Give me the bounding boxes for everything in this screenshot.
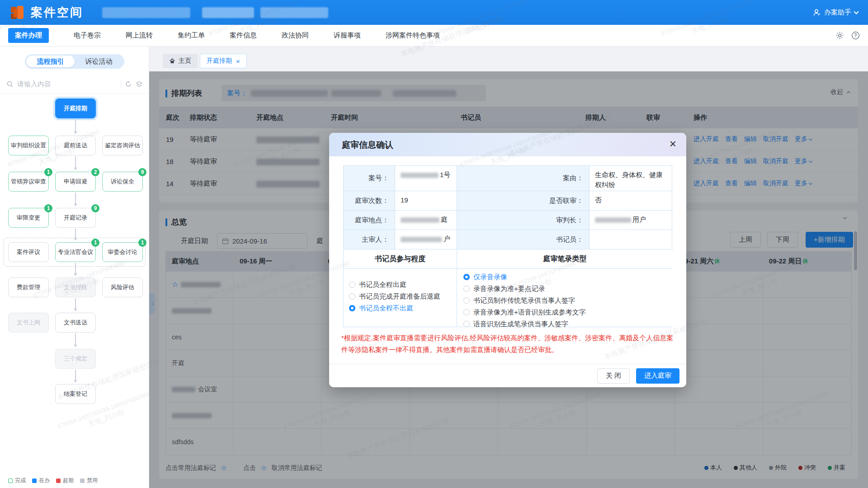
nav-tab-3[interactable]: 集约工单: [178, 31, 205, 40]
radio-option-1[interactable]: 书记员完成开庭准备后退庭: [349, 291, 457, 301]
tab-court-schedule-label: 开庭排期: [207, 57, 232, 65]
flow-node-14[interactable]: 风险评估: [102, 277, 143, 297]
flow-node-label: 文书报批: [64, 283, 87, 291]
field-place-value: 庭: [395, 211, 457, 230]
nav-tab-5[interactable]: 政法协同: [282, 31, 309, 40]
tab-process-guide[interactable]: 流程指引: [26, 56, 75, 67]
radio-option-3[interactable]: 录音录像为准+语音识别生成参考文字: [463, 307, 673, 317]
redacted-case-text: [260, 7, 328, 18]
flow-arrow-icon: [75, 119, 76, 134]
svg-text:?: ?: [854, 33, 857, 38]
modal-title: 庭审信息确认: [342, 139, 393, 151]
flow-node-17: 三个规定: [55, 349, 96, 369]
refresh-icon[interactable]: [125, 80, 132, 88]
flow-arrow-icon: [75, 263, 76, 276]
redacted-value: [401, 173, 439, 178]
tab-home-label: 主页: [179, 57, 191, 65]
field-session-count-value: 19: [395, 191, 457, 211]
modal-footer: 关 闭 进入庭审: [329, 364, 686, 387]
field-case-number-label: 案号：: [344, 166, 395, 191]
flow-node-label: 文书上网: [17, 319, 40, 327]
radio-option-4[interactable]: 语音识别生成笔录供当事人签字: [463, 319, 673, 329]
radio-icon: [463, 309, 470, 315]
flow-node-0[interactable]: 开庭排期: [55, 99, 96, 118]
layers-icon[interactable]: [136, 80, 143, 88]
redacted-case-text: [202, 7, 254, 18]
flow-node-18[interactable]: 结案登记: [55, 384, 96, 404]
field-cause-value: 生命权、身体权、健康权纠纷: [590, 166, 673, 191]
assistant-menu[interactable]: 办案助手: [813, 8, 858, 17]
flow-node-label: 庭前送达: [64, 141, 87, 150]
flow-node-6[interactable]: 诉讼保全9: [102, 172, 143, 192]
field-place-label: 庭审地点：: [344, 211, 395, 230]
radio-label: 书记员制作传统笔录供当事人签字: [473, 296, 575, 305]
radio-option-0[interactable]: 书记员全程出庭: [349, 280, 457, 290]
tab-home[interactable]: 主页: [163, 54, 198, 68]
redacted-value: [401, 237, 442, 242]
legend-label: 禁用: [87, 477, 98, 484]
flow-node-16[interactable]: 文书送达: [55, 313, 96, 333]
nav-tab-4[interactable]: 案件信息: [230, 31, 257, 40]
home-icon: [169, 58, 175, 64]
app-header: 案件空间 办案助手: [0, 0, 868, 25]
field-cause-label: 案由：: [457, 166, 590, 191]
nav-tab-7[interactable]: 涉网案件特色事项: [386, 31, 440, 40]
flow-arrow-icon: [75, 229, 76, 240]
flow-node-label: 开庭排期: [64, 104, 87, 113]
sidebar-legend-item-1: 在办: [32, 477, 50, 484]
flow-node-label: 审判组织设置: [11, 141, 46, 150]
gear-icon[interactable]: [835, 31, 844, 40]
flow-node-10[interactable]: 专业法官会议1: [55, 242, 96, 262]
sidebar: 流程指引 诉讼活动 开庭排期审判组织设置庭前送达鉴定咨询评估管辖异议审查1申请回…: [0, 47, 149, 488]
flow-node-9[interactable]: 案件评议: [8, 242, 49, 262]
field-chief-judge-label: 主审人：: [344, 230, 395, 249]
app-root: 案件空间 办案助手 案件办理电子卷宗网上流转集约工单案件信息政法协同诉服事项涉网…: [0, 0, 868, 488]
flow-node-7[interactable]: 审限变更1: [8, 208, 49, 228]
flow-arrow-icon: [75, 156, 76, 170]
assistant-person-icon: [813, 9, 821, 17]
radio-option-2[interactable]: 书记员全程不出庭: [349, 303, 457, 313]
nav-tab-2[interactable]: 网上流转: [126, 31, 153, 40]
enter-hearing-button[interactable]: 进入庭审: [636, 368, 679, 384]
legend-square: [80, 479, 85, 483]
app-logo-icon: [10, 5, 25, 20]
radio-label: 录音录像为准+要点记录: [473, 285, 545, 293]
flow-node-label: 诉讼保全: [111, 178, 134, 186]
radio-option-1[interactable]: 录音录像为准+要点记录: [463, 284, 673, 294]
radio-icon: [349, 282, 355, 288]
flow-node-1[interactable]: 审判组织设置: [8, 136, 49, 155]
close-button[interactable]: 关 闭: [597, 368, 630, 384]
help-icon[interactable]: ?: [851, 31, 860, 40]
close-tab-icon[interactable]: ×: [236, 57, 240, 65]
radio-option-2[interactable]: 书记员制作传统笔录供当事人签字: [463, 296, 673, 305]
radio-icon: [463, 321, 470, 327]
nav-tab-6[interactable]: 诉服事项: [334, 31, 361, 40]
flow-node-3[interactable]: 鉴定咨询评估: [102, 136, 143, 155]
badge-count: 1: [44, 204, 52, 212]
flow-node-12[interactable]: 费款管理: [8, 277, 49, 297]
tab-litigation-activity[interactable]: 诉讼活动: [75, 56, 123, 67]
flow-node-2[interactable]: 庭前送达: [55, 136, 96, 155]
nav-tab-1[interactable]: 电子卷宗: [74, 31, 101, 40]
flow-arrow-icon: [75, 298, 76, 311]
flow-node-label: 审委会讨论: [108, 248, 137, 256]
legend-square: [56, 479, 61, 483]
nav-tab-0[interactable]: 案件办理: [8, 28, 49, 43]
legend-square: [32, 479, 37, 483]
tab-court-schedule[interactable]: 开庭排期 ×: [200, 54, 247, 68]
sidebar-legend-item-0: 完成: [8, 477, 26, 484]
participation-section-header: 书记员参与程度: [344, 249, 457, 269]
close-icon[interactable]: ×: [670, 137, 676, 151]
flow-node-5[interactable]: 申请回避2: [55, 172, 96, 192]
search-input[interactable]: [17, 80, 117, 88]
flow-node-4[interactable]: 管辖异议审查1: [8, 172, 49, 192]
flow-node-8[interactable]: 开庭记录9: [55, 208, 96, 228]
field-clerk-value: [590, 230, 673, 249]
radio-label: 语音识别生成笔录供当事人签字: [473, 320, 568, 328]
field-case-number-value: 1号: [395, 166, 457, 191]
flow-arrow-icon: [75, 333, 76, 347]
flow-node-11[interactable]: 审委会讨论1: [102, 242, 143, 262]
sidebar-legend-item-3: 禁用: [80, 477, 98, 484]
radio-option-0[interactable]: 仅录音录像: [463, 272, 673, 282]
modal-info-table: 案号： 1号 案由： 生命权、身体权、健康权纠纷 庭审次数： 19 是否联审： …: [343, 165, 672, 327]
